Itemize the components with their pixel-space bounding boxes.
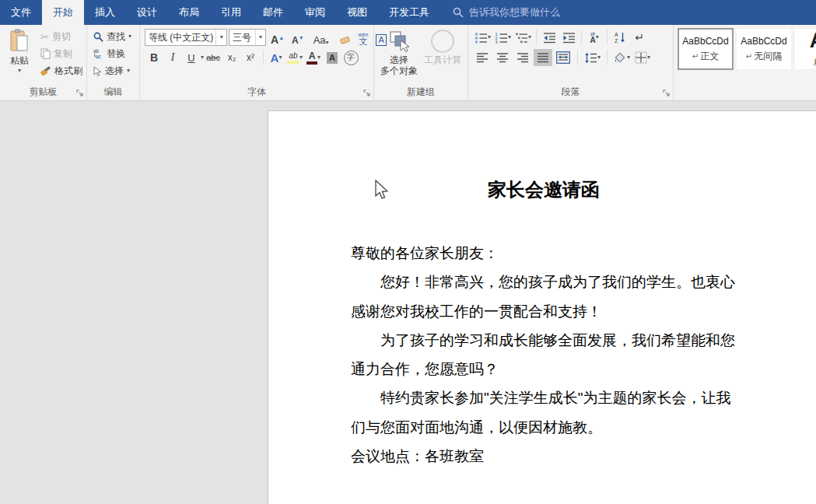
editing-group-label: 编辑 xyxy=(87,86,139,99)
subscript-button[interactable]: x₂ xyxy=(222,49,241,66)
font-dialog-launcher[interactable] xyxy=(363,89,371,97)
superscript-button[interactable]: x² xyxy=(241,49,260,66)
decrease-indent-icon xyxy=(543,32,556,44)
asian-layout-icon: ⇄ A xyxy=(590,31,595,44)
show-hide-marks-button[interactable]: ↵ xyxy=(630,29,649,46)
group-font: 等线 (中文正文) ▾ 三号 ▾ A▲ A▼ Aa ▾ xyxy=(140,25,374,100)
borders-button[interactable]: ▾ xyxy=(633,49,652,66)
align-center-icon xyxy=(496,52,509,63)
tool-calc-icon xyxy=(431,30,454,53)
find-button[interactable]: 查找 ▾ xyxy=(90,28,139,45)
font-size-dropdown[interactable]: ▾ xyxy=(255,30,265,45)
style-name: 标题 xyxy=(812,56,816,69)
asian-layout-button[interactable]: ⇄ A ▾ xyxy=(585,29,604,46)
line-spacing-button[interactable]: ▾ xyxy=(583,49,602,66)
ribbon-tab-引用[interactable]: 引用 xyxy=(210,0,252,25)
ribbon-tab-布局[interactable]: 布局 xyxy=(168,0,210,25)
ribbon: 粘贴 ▾ ✂ 剪切 复制 xyxy=(0,25,816,101)
borders-icon xyxy=(635,51,647,64)
decrease-indent-button[interactable] xyxy=(540,29,559,46)
clear-formatting-button[interactable] xyxy=(335,29,354,46)
sort-button[interactable]: A Z xyxy=(611,29,629,46)
clipboard-dialog-launcher[interactable] xyxy=(76,89,84,97)
font-color-caret: ▾ xyxy=(317,54,320,61)
ribbon-tab-插入[interactable]: 插入 xyxy=(84,0,126,25)
shading-caret: ▾ xyxy=(627,54,630,61)
clipboard-group-label: 剪贴板 xyxy=(0,86,86,99)
document-body[interactable]: 尊敬的各位家长朋友：您好！非常高兴，您的孩子成为了我们的学生。也衷心感谢您对我校… xyxy=(351,239,740,471)
replace-button[interactable]: ab ac 替换 xyxy=(90,45,139,62)
justify-button[interactable] xyxy=(534,49,552,66)
phonetic-guide-button[interactable]: wén 文 xyxy=(355,29,372,46)
svg-text:ab: ab xyxy=(93,48,100,54)
paragraph-mark-icon: ↵ xyxy=(635,31,644,44)
group-paragraph: ▾ 1 2 3 ▾ ▾ xyxy=(468,25,674,100)
shrink-font-button[interactable]: A▼ xyxy=(289,29,307,46)
align-center-button[interactable] xyxy=(493,49,512,66)
bullets-button[interactable]: ▾ xyxy=(473,29,492,46)
search-placeholder: 告诉我你想要做什么 xyxy=(469,5,560,19)
group-clipboard: 粘贴 ▾ ✂ 剪切 复制 xyxy=(0,25,87,100)
paste-dropdown-caret[interactable]: ▾ xyxy=(18,68,21,74)
italic-button[interactable]: I xyxy=(163,49,182,66)
bold-button[interactable]: B xyxy=(145,49,163,66)
change-case-caret: ▾ xyxy=(326,40,329,46)
distributed-button[interactable] xyxy=(554,49,573,66)
format-painter-button[interactable]: 格式刷 xyxy=(37,62,86,79)
font-name-dropdown[interactable]: ▾ xyxy=(215,30,226,45)
borders-caret: ▾ xyxy=(647,54,650,61)
document-text-line: 您好！非常高兴，您的孩子成为了我们的学生。也衷心 xyxy=(351,268,740,296)
style-item[interactable]: Aa 标题 xyxy=(794,28,816,70)
ribbon-tab-bar: 文件开始插入设计布局引用邮件审阅视图开发工具 告诉我你想要做什么 xyxy=(0,0,816,25)
paragraph-dialog-launcher[interactable] xyxy=(663,89,671,97)
text-effects-button[interactable]: A ▾ xyxy=(267,49,285,66)
text-effects-icon: A xyxy=(271,51,279,65)
highlight-button[interactable]: ab ▾ xyxy=(285,49,304,66)
shading-bucket-icon xyxy=(614,52,627,64)
svg-text:3: 3 xyxy=(496,40,498,44)
enclose-characters-button[interactable]: 字 xyxy=(341,49,360,66)
line-spacing-icon xyxy=(584,52,597,64)
ribbon-tab-设计[interactable]: 设计 xyxy=(126,0,168,25)
grow-arrow-icon: ▲ xyxy=(278,35,284,40)
character-shading-button[interactable]: A xyxy=(323,49,341,66)
font-color-icon: A xyxy=(306,51,317,65)
style-sample: AaBbCcDd xyxy=(741,36,786,47)
styles-gallery: AaBbCcDd ↵正文 AaBbCcDd ↵无间隔 Aa 标题 xyxy=(678,28,816,70)
ribbon-tab-视图[interactable]: 视图 xyxy=(336,0,378,25)
select-button[interactable]: 选择 ▾ xyxy=(90,62,139,79)
align-left-button[interactable] xyxy=(473,49,492,66)
ribbon-tab-审阅[interactable]: 审阅 xyxy=(294,0,336,25)
grow-font-button[interactable]: A▲ xyxy=(268,29,287,46)
ribbon-tab-邮件[interactable]: 邮件 xyxy=(252,0,294,25)
numbering-icon: 1 2 3 xyxy=(495,32,508,44)
font-color-button[interactable]: A ▾ xyxy=(304,49,323,66)
multilevel-list-button[interactable]: ▾ xyxy=(513,29,533,46)
style-item[interactable]: AaBbCcDd ↵无间隔 xyxy=(736,28,792,70)
copy-button[interactable]: 复制 xyxy=(37,45,86,62)
font-size-combo[interactable]: 三号 ▾ xyxy=(229,29,266,46)
svg-text:Z: Z xyxy=(615,38,618,44)
svg-text:ac: ac xyxy=(96,54,102,59)
ribbon-tab-开发工具[interactable]: 开发工具 xyxy=(378,0,440,25)
align-right-button[interactable] xyxy=(513,49,532,66)
ribbon-tab-开始[interactable]: 开始 xyxy=(42,0,84,25)
document-page[interactable]: 家长会邀请函 尊敬的各位家长朋友：您好！非常高兴，您的孩子成为了我们的学生。也衷… xyxy=(268,110,816,504)
change-case-button[interactable]: Aa ▾ xyxy=(310,29,332,46)
shading-button[interactable]: ▾ xyxy=(612,49,632,66)
justify-icon xyxy=(537,52,549,63)
copy-icon xyxy=(40,48,51,59)
ribbon-tab-文件[interactable]: 文件 xyxy=(0,0,42,25)
strikethrough-button[interactable]: abc xyxy=(204,49,222,66)
bullets-caret: ▾ xyxy=(488,34,491,40)
increase-indent-button[interactable] xyxy=(559,29,578,46)
numbering-button[interactable]: 1 2 3 ▾ xyxy=(493,29,513,46)
eraser-icon xyxy=(338,35,351,46)
style-item[interactable]: AaBbCcDd ↵正文 xyxy=(678,28,734,70)
find-dropdown-caret: ▾ xyxy=(128,33,131,40)
tell-me-search[interactable]: 告诉我你想要做什么 xyxy=(453,0,560,25)
font-name-combo[interactable]: 等线 (中文正文) ▾ xyxy=(145,29,227,46)
underline-button[interactable]: U xyxy=(182,49,201,66)
group-new: 选择 多个对象 工具计算 新建组 xyxy=(374,25,468,100)
cut-button[interactable]: ✂ 剪切 xyxy=(37,28,86,45)
